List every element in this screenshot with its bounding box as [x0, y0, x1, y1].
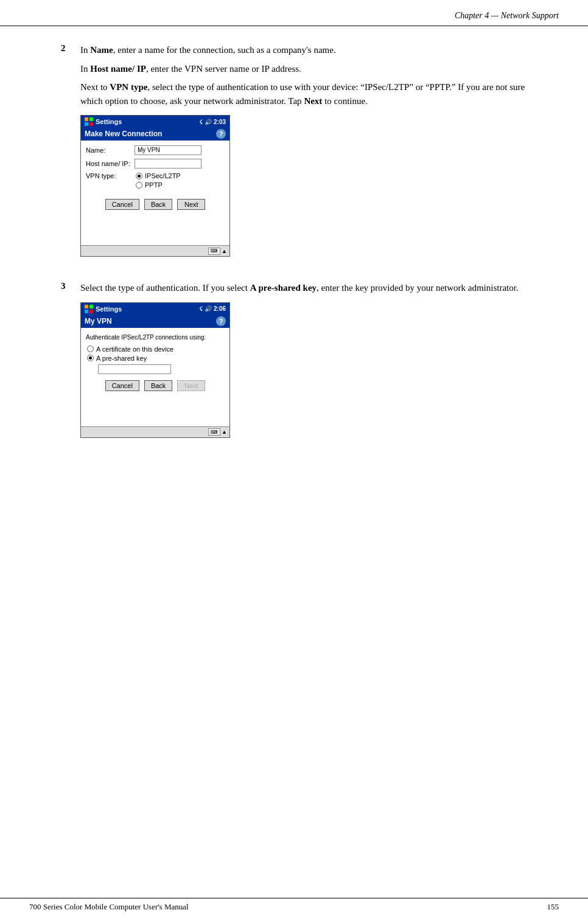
footer-right: 155 — [547, 902, 559, 912]
device-footer-bar-1: ⌨ ▲ — [81, 245, 229, 256]
spacer-1 — [86, 216, 225, 240]
svg-rect-7 — [89, 310, 93, 313]
titlebar-1-title: Settings — [96, 118, 122, 125]
radio-cert[interactable] — [87, 346, 94, 352]
step2-para2-bold: Host name/ IP — [90, 64, 146, 74]
svg-rect-1 — [89, 117, 93, 121]
radio-pptp[interactable] — [136, 182, 142, 189]
radio-cert-label: A certificate on this device — [96, 346, 173, 353]
page-header: Chapter 4 — Network Support — [0, 0, 588, 26]
step2-para1: In Name, enter a name for the connection… — [80, 43, 539, 57]
next-button-2[interactable]: Next — [177, 380, 205, 391]
subheader-1: Make New Connection ? — [81, 128, 229, 141]
cancel-button-2[interactable]: Cancel — [105, 380, 139, 391]
name-label: Name: — [86, 147, 135, 154]
form-row-host: Host name/ IP: — [86, 159, 225, 168]
step2-next-keyword: Next — [304, 96, 322, 106]
chapter-title: Chapter 4 — Network Support — [455, 11, 559, 21]
titlebar-1-icons: ☇ 🔊 2:03 — [199, 119, 226, 125]
keyboard-icon-1[interactable]: ⌨ — [208, 248, 220, 255]
titlebar-2: Settings ☇ 🔊 2:06 — [81, 303, 229, 315]
screenshot-1: Settings ☇ 🔊 2:03 Make New Connection ? — [80, 115, 230, 257]
signal-icon-2: ☇ — [199, 305, 203, 312]
back-button-2[interactable]: Back — [144, 380, 172, 391]
radio-preshared[interactable] — [87, 355, 94, 361]
windows-logo-icon-2 — [85, 305, 93, 313]
step-3-number: 3 — [61, 281, 78, 291]
step-2: 2 In Name, enter a name for the connecti… — [61, 43, 539, 266]
svg-rect-6 — [85, 310, 88, 313]
step2-para3-bold: VPN type — [110, 82, 147, 92]
footer-left: 700 Series Color Mobile Computer User's … — [29, 902, 189, 912]
radio-preshared-label: A pre-shared key — [96, 355, 147, 362]
radio-row-ipsec: IPSec/L2TP — [136, 172, 181, 179]
step2-para3: Next to VPN type, select the type of aut… — [80, 80, 539, 108]
btn-row-1: Cancel Back Next — [86, 199, 225, 210]
titlebar-1-time: 2:03 — [214, 119, 226, 125]
step-3-content: Select the type of authentication. If yo… — [80, 281, 539, 448]
host-label: Host name/ IP: — [86, 160, 135, 167]
step2-para2: In Host name/ IP, enter the VPN server n… — [80, 62, 539, 76]
windows-logo-icon — [85, 117, 93, 126]
form-row-vpntype: VPN type: IPSec/L2TP PPTP — [86, 172, 225, 193]
host-input[interactable] — [135, 159, 201, 168]
btn-row-2: Cancel Back Next — [86, 380, 225, 391]
arrow-up-icon-1: ▲ — [222, 248, 227, 254]
subheader-2-title: My VPN — [85, 317, 112, 325]
name-input[interactable]: My VPN — [135, 145, 201, 155]
svg-rect-3 — [89, 122, 93, 126]
radio-row-pptp: PPTP — [136, 181, 181, 189]
spacer-2 — [86, 397, 225, 422]
svg-rect-0 — [85, 117, 88, 121]
titlebar-2-icons: ☇ 🔊 2:06 — [199, 305, 226, 312]
step2-para1-bold: Name — [90, 45, 113, 55]
device-body-2: Authenticate IPSec/L2TP connections usin… — [81, 328, 229, 426]
page-footer: 700 Series Color Mobile Computer User's … — [0, 898, 588, 912]
preshared-input-container — [96, 364, 225, 374]
vpntype-radio-group: IPSec/L2TP PPTP — [135, 172, 181, 190]
back-button-1[interactable]: Back — [144, 199, 172, 210]
keyboard-icon-2[interactable]: ⌨ — [208, 428, 220, 436]
radio-row-preshared: A pre-shared key — [87, 355, 225, 362]
titlebar-2-time: 2:06 — [214, 305, 226, 312]
radio-pptp-label: PPTP — [145, 181, 163, 189]
next-button-1[interactable]: Next — [177, 199, 205, 210]
name-value: My VPN — [136, 146, 161, 154]
svg-rect-4 — [85, 305, 88, 308]
titlebar-2-title: Settings — [96, 305, 122, 313]
device-body-1: Name: My VPN Host name/ IP: VPN type: — [81, 141, 229, 245]
signal-icon: ☇ — [199, 119, 203, 125]
subheader-2: My VPN ? — [81, 315, 229, 328]
svg-rect-5 — [89, 305, 93, 308]
arrow-up-icon-2: ▲ — [222, 429, 227, 435]
subheader-1-title: Make New Connection — [85, 130, 162, 138]
radio-row-cert: A certificate on this device — [87, 346, 225, 353]
screenshot-2: Settings ☇ 🔊 2:06 My VPN ? Authenticate … — [80, 302, 230, 438]
step3-preshared-bold: A pre-shared key — [250, 283, 317, 293]
volume-icon: 🔊 — [205, 119, 212, 125]
help-button-2[interactable]: ? — [216, 316, 226, 326]
device-footer-bar-2: ⌨ ▲ — [81, 426, 229, 437]
titlebar-1: Settings ☇ 🔊 2:03 — [81, 116, 229, 128]
authenticate-label: Authenticate IPSec/L2TP connections usin… — [86, 333, 225, 342]
preshared-key-input[interactable] — [98, 364, 171, 374]
help-button-1[interactable]: ? — [216, 129, 226, 139]
volume-icon-2: 🔊 — [205, 305, 212, 312]
step-2-content: In Name, enter a name for the connection… — [80, 43, 539, 266]
radio-ipsec[interactable] — [136, 173, 142, 179]
radio-ipsec-label: IPSec/L2TP — [145, 172, 181, 179]
step-2-number: 2 — [61, 43, 78, 54]
form-row-name: Name: My VPN — [86, 145, 225, 155]
main-content: 2 In Name, enter a name for the connecti… — [0, 26, 588, 499]
svg-rect-2 — [85, 122, 88, 126]
vpntype-label: VPN type: — [86, 172, 135, 179]
cancel-button-1[interactable]: Cancel — [105, 199, 139, 210]
step-3: 3 Select the type of authentication. If … — [61, 281, 539, 448]
step3-para1: Select the type of authentication. If yo… — [80, 281, 539, 295]
